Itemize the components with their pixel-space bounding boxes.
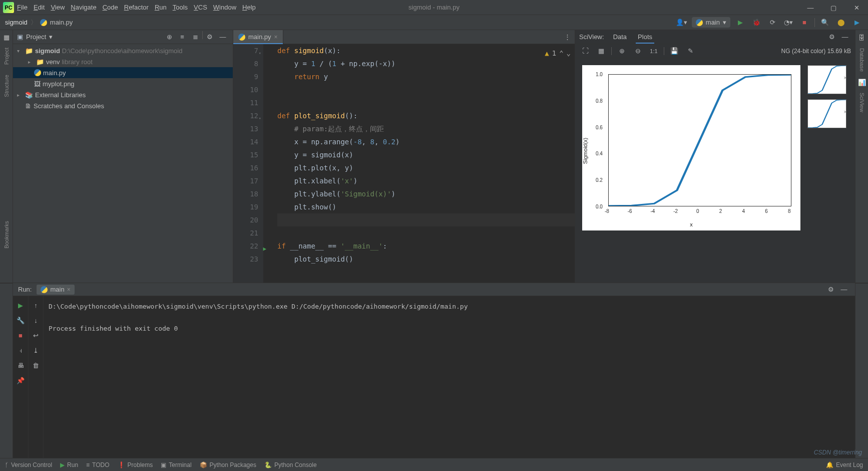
menu-help[interactable]: Help [242, 4, 256, 11]
run-configuration-selector[interactable]: main ▾ [692, 17, 730, 28]
hide-button[interactable]: — [839, 31, 851, 43]
debug-button[interactable]: 🐞 [750, 17, 762, 29]
rerun-icon[interactable]: ▶ [15, 299, 27, 311]
menu-file[interactable]: File [17, 4, 28, 11]
code-area[interactable]: def sigmoid(x): y = 1 / (1 + np.exp(-x))… [263, 44, 575, 283]
select-opened-file-icon[interactable]: ⊕ [163, 31, 175, 43]
status-todo[interactable]: ≡ TODO [86, 461, 109, 468]
collapse-all-icon[interactable]: ≣ [189, 31, 201, 43]
status-run[interactable]: ▶ Run [60, 461, 78, 468]
sciview-tab-plots[interactable]: Plots [636, 33, 654, 41]
tree-file-image[interactable]: 🖼 myplot.png [13, 78, 233, 89]
search-everywhere-icon[interactable]: 🔍 [819, 17, 831, 29]
hide-button[interactable]: — [217, 31, 229, 43]
coverage-button[interactable]: ⟳ [766, 17, 778, 29]
zoom-in-icon[interactable]: ⊕ [616, 45, 628, 57]
menu-refactor[interactable]: Refactor [124, 4, 149, 11]
clear-icon[interactable]: 🗑 [30, 359, 42, 371]
code-with-me-icon[interactable]: ▶ [851, 17, 863, 29]
close-icon[interactable]: × [843, 109, 846, 115]
left-gutter-strip: ▦ Project Structure Bookmarks [0, 30, 13, 283]
menu-run[interactable]: Run [155, 4, 167, 11]
tree-root[interactable]: ▾📁 sigmoid D:\Code\pythoncode\aihomework… [13, 45, 233, 56]
chevron-down-icon[interactable]: ▾ [49, 33, 53, 41]
status-python-console[interactable]: 🐍 Python Console [264, 461, 317, 468]
zoom-out-icon[interactable]: ⊖ [632, 45, 644, 57]
layout-icon[interactable]: ⫞ [15, 344, 27, 356]
close-icon[interactable]: × [67, 286, 71, 293]
minimize-button[interactable]: — [799, 0, 822, 15]
gutter[interactable]: 7▾89101112▾13141516171819202122▶23 [233, 44, 263, 283]
sciview-tab-data[interactable]: Data [611, 33, 629, 41]
settings-icon[interactable]: ⚙ [826, 31, 838, 43]
add-user-icon[interactable]: 👤▾ [676, 17, 688, 29]
chevron-up-icon[interactable]: ⌃ [559, 47, 563, 60]
actual-size-icon[interactable]: 1:1 [648, 45, 660, 57]
settings-icon[interactable]: ⚙ [825, 284, 837, 296]
editor-tab-main[interactable]: main.py × [233, 30, 283, 44]
scroll-end-icon[interactable]: ⤓ [30, 344, 42, 356]
menu-vcs[interactable]: VCS [194, 4, 207, 11]
menu-edit[interactable]: Edit [34, 4, 45, 11]
status-problems[interactable]: ❗ Problems [118, 461, 153, 468]
save-icon[interactable]: 💾 [668, 45, 680, 57]
tree-scratches[interactable]: 🗎 Scratches and Consoles [13, 100, 233, 111]
print-icon[interactable]: 🖶 [15, 359, 27, 371]
image-file-icon: 🖼 [34, 80, 41, 88]
menu-window[interactable]: Window [213, 4, 236, 11]
plot-figure[interactable]: Sigmoid(x) x -8-6-4-2024680.00.20.40.60.… [582, 65, 800, 230]
sciview-icon[interactable]: 📊 [857, 78, 866, 87]
maximize-button[interactable]: ▢ [822, 0, 845, 15]
status-python-packages[interactable]: 📦 Python Packages [200, 461, 256, 468]
run-button[interactable]: ▶ [734, 17, 746, 29]
database-icon[interactable]: 🗄 [857, 33, 866, 42]
close-button[interactable]: ✕ [845, 0, 868, 15]
expand-all-icon[interactable]: ≡ [176, 31, 188, 43]
status-version-control[interactable]: ᚶ Version Control [5, 461, 52, 468]
close-icon[interactable]: × [843, 75, 846, 81]
menu-navigate[interactable]: Navigate [71, 4, 96, 11]
down-icon[interactable]: ↓ [30, 314, 42, 326]
run-tab[interactable]: main × [37, 285, 74, 295]
tree-external-libs[interactable]: ▸📚 External Libraries [13, 89, 233, 100]
tree-venv[interactable]: ▸ 📁 venv library root [13, 56, 233, 67]
strip-project[interactable]: Project [4, 44, 10, 69]
close-tab-icon[interactable]: × [274, 34, 278, 41]
grid-icon[interactable]: ▦ [595, 45, 607, 57]
breadcrumb-file[interactable]: main.py [50, 19, 73, 26]
plot-thumbnail[interactable]: × [807, 65, 846, 94]
profile-button[interactable]: ◔▾ [782, 17, 794, 29]
menu-code[interactable]: Code [103, 4, 118, 11]
ide-update-icon[interactable]: ⬤ [835, 17, 847, 29]
plot-thumbnail[interactable]: × [807, 99, 846, 128]
soft-wrap-icon[interactable]: ↩ [30, 329, 42, 341]
breadcrumb-project[interactable]: sigmoid [5, 19, 28, 26]
strip-database[interactable]: Database [859, 44, 865, 76]
edit-icon[interactable]: ✎ [684, 45, 696, 57]
up-icon[interactable]: ↑ [30, 299, 42, 311]
editor-body[interactable]: ▲ 1 ⌃ ⌄ 7▾89101112▾13141516171819202122▶… [233, 44, 575, 283]
breadcrumb[interactable]: sigmoid 〉 main.py [5, 18, 73, 27]
strip-bookmarks[interactable]: Bookmarks [4, 217, 10, 253]
chevron-down-icon[interactable]: ⌄ [567, 47, 571, 60]
hide-button[interactable]: — [838, 284, 850, 296]
separator [814, 18, 815, 27]
fit-icon[interactable]: ⛶ [579, 45, 591, 57]
modify-run-icon[interactable]: 🔧 [15, 314, 27, 326]
stop-icon[interactable]: ■ [15, 329, 27, 341]
settings-icon[interactable]: ⚙ [204, 31, 216, 43]
strip-structure[interactable]: Structure [4, 71, 10, 101]
menu-view[interactable]: View [51, 4, 65, 11]
inspection-widget[interactable]: ▲ 1 ⌃ ⌄ [545, 47, 571, 60]
project-tool-icon[interactable]: ▦ [2, 33, 11, 42]
status-terminal[interactable]: ▣ Terminal [161, 461, 191, 468]
status-event-log[interactable]: 🔔 Event Log [826, 461, 863, 468]
pin-icon[interactable]: 📌 [15, 374, 27, 386]
tree-file-main[interactable]: main.py [13, 67, 233, 78]
menu-tools[interactable]: Tools [173, 4, 188, 11]
tab-overflow-icon[interactable]: ⋮ [560, 30, 575, 44]
strip-sciview[interactable]: SciView [859, 89, 865, 116]
stop-button[interactable]: ■ [798, 17, 810, 29]
project-tree[interactable]: ▾📁 sigmoid D:\Code\pythoncode\aihomework… [13, 44, 233, 283]
console-output[interactable]: D:\Code\pythoncode\aihomework\sigmoid\ve… [43, 296, 855, 458]
